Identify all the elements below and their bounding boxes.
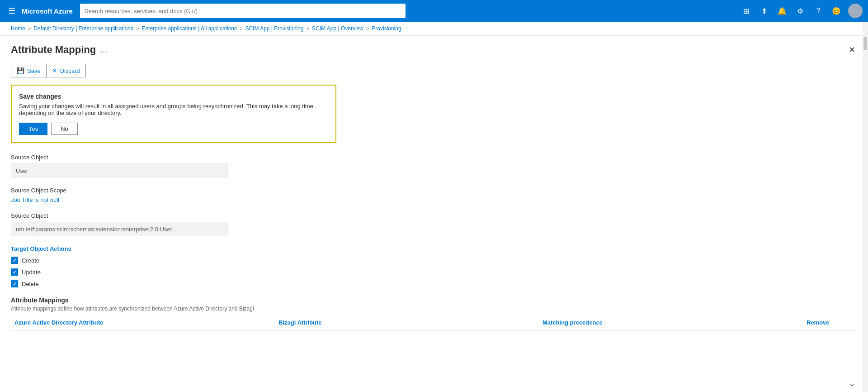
attribute-mappings-description: Attribute mappings define how attributes… — [11, 306, 857, 312]
close-button[interactable]: ✕ — [847, 43, 857, 57]
source-object-input[interactable] — [11, 163, 228, 178]
gear-icon[interactable]: ⚙ — [792, 3, 808, 19]
source-object-input-2[interactable] — [11, 222, 228, 236]
discard-button[interactable]: ✕ Discard — [46, 64, 86, 77]
feedback-icon[interactable]: 😊 — [828, 3, 844, 19]
page-title-row: Attribute Mapping ... ✕ — [11, 43, 857, 57]
chevron-down-icon[interactable]: ⌄ — [845, 375, 859, 389]
save-changes-banner: Save changes Saving your changes will re… — [11, 85, 336, 143]
attribute-mappings-title: Attribute Mappings — [11, 296, 857, 304]
portal-icon[interactable]: ⊞ — [738, 3, 754, 19]
target-object-actions-section: Target Object Actions Create Update Dele… — [11, 245, 857, 287]
col-header-aad: Azure Active Directory Attribute — [11, 317, 275, 328]
attribute-mappings-section: Attribute Mappings Attribute mappings de… — [11, 296, 857, 331]
discard-icon: ✕ — [52, 67, 57, 74]
checkbox-update-label: Update — [22, 269, 41, 276]
checkbox-row-create: Create — [11, 257, 857, 264]
hamburger-icon[interactable]: ☰ — [5, 3, 18, 19]
toolbar: 💾 Save ✕ Discard — [11, 64, 857, 77]
save-changes-actions: Yes No — [19, 123, 328, 135]
breadcrumb-default-directory[interactable]: Default Directory | Enterprise applicati… — [33, 25, 133, 32]
save-changes-title: Save changes — [19, 93, 328, 100]
source-object-section-2: Source Object — [11, 212, 857, 236]
checkbox-create-label: Create — [22, 257, 39, 264]
search-input[interactable] — [80, 4, 406, 18]
main-content: Attribute Mapping ... ✕ 💾 Save ✕ Discard… — [0, 36, 868, 389]
target-object-actions-title: Target Object Actions — [11, 245, 857, 252]
col-header-matching: Matching precedence — [539, 317, 803, 328]
source-object-label-2: Source Object — [11, 212, 857, 219]
breadcrumb-scim-provisioning[interactable]: SCIM App | Provisioning — [245, 25, 303, 32]
avatar[interactable] — [848, 4, 863, 18]
save-changes-description: Saving your changes will result in all a… — [19, 103, 328, 116]
scroll-thumb[interactable] — [863, 37, 867, 50]
breadcrumb: Home > Default Directory | Enterprise ap… — [0, 22, 868, 36]
breadcrumb-sep-3: > — [307, 26, 309, 31]
source-object-section: Source Object — [11, 154, 857, 178]
source-object-scope-link[interactable]: Job Title is not null — [11, 196, 59, 203]
scrollbar[interactable] — [863, 22, 868, 389]
app-logo: Microsoft Azure — [22, 7, 73, 15]
breadcrumb-provisioning[interactable]: Provisioning — [372, 25, 401, 32]
notification-icon[interactable]: 🔔 — [774, 3, 790, 19]
checkbox-delete[interactable] — [11, 280, 18, 287]
attribute-table-header: Azure Active Directory Attribute Bizagi … — [11, 317, 857, 331]
breadcrumb-home[interactable]: Home — [11, 25, 25, 32]
breadcrumb-scim-overview[interactable]: SCIM App | Overview — [312, 25, 363, 32]
page-title: Attribute Mapping — [11, 44, 96, 56]
checkbox-update[interactable] — [11, 268, 18, 276]
discard-label: Discard — [60, 67, 80, 74]
save-label: Save — [27, 67, 41, 74]
topbar-icon-group: ⊞ ⬆ 🔔 ⚙ ? 😊 — [738, 3, 863, 19]
cloud-upload-icon[interactable]: ⬆ — [756, 3, 772, 19]
yes-button[interactable]: Yes — [19, 123, 47, 135]
save-button[interactable]: 💾 Save — [11, 64, 46, 77]
source-object-label: Source Object — [11, 154, 857, 161]
page-title-left: Attribute Mapping ... — [11, 44, 107, 56]
col-header-remove: Remove — [803, 317, 857, 328]
help-icon[interactable]: ? — [810, 3, 826, 19]
topbar: ☰ Microsoft Azure ⊞ ⬆ 🔔 ⚙ ? 😊 — [0, 0, 868, 22]
col-header-bizagi: Bizagi Attribute — [275, 317, 539, 328]
save-icon: 💾 — [17, 67, 24, 74]
source-object-scope-section: Source Object Scope Job Title is not nul… — [11, 187, 857, 203]
checkbox-create[interactable] — [11, 257, 18, 264]
breadcrumb-enterprise-apps[interactable]: Enterprise applications | All applicatio… — [142, 25, 237, 32]
checkbox-delete-label: Delete — [22, 281, 39, 287]
checkbox-row-delete: Delete — [11, 280, 857, 287]
page-title-more[interactable]: ... — [100, 45, 107, 55]
breadcrumb-sep-0: > — [28, 26, 31, 31]
source-object-scope-label: Source Object Scope — [11, 187, 857, 194]
breadcrumb-sep-1: > — [136, 26, 139, 31]
breadcrumb-sep-2: > — [240, 26, 242, 31]
checkbox-row-update: Update — [11, 268, 857, 276]
breadcrumb-sep-4: > — [366, 26, 369, 31]
no-button[interactable]: No — [51, 123, 78, 135]
